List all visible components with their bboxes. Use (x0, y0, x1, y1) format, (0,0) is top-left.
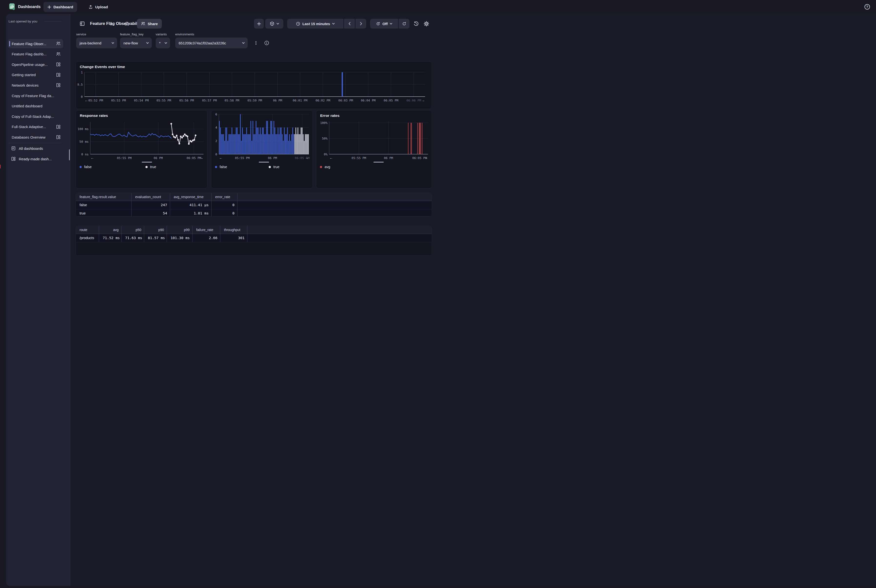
refresh-button[interactable] (399, 19, 410, 28)
dashboard-grid-icon (56, 135, 61, 140)
column-header[interactable]: route (76, 226, 99, 234)
cube-icon (270, 21, 274, 26)
history-button[interactable] (413, 21, 419, 27)
column-header[interactable]: avg (99, 226, 122, 234)
column-header[interactable]: evaluation_count (132, 193, 170, 201)
collapse-sidebar-button[interactable] (79, 21, 85, 27)
chart-title: Error rates (320, 114, 339, 118)
people-icon (141, 21, 146, 26)
filter-value: new-flow (123, 41, 138, 45)
sidebar-item-label: Copy of Feature Flag da... (12, 94, 61, 98)
column-header[interactable]: throughput (220, 226, 248, 234)
error-rates-chart[interactable]: 100%50%0%05:55 PM06 PM06:05 PM←→ (318, 120, 430, 164)
sidebar-item[interactable]: Feature Flag dashb... (8, 50, 63, 59)
table-cell: 0 (212, 201, 237, 209)
svg-text:←: ← (329, 156, 333, 160)
object-picker-button[interactable] (265, 19, 283, 28)
title-menu-button[interactable] (108, 21, 114, 26)
autorefresh-picker[interactable]: Off (370, 19, 398, 28)
filter-dropdown-variants[interactable]: * (156, 38, 170, 48)
filter-label: variants (156, 33, 167, 36)
dashboard-grid-icon (11, 156, 16, 161)
people-icon (56, 52, 61, 57)
sidebar-section-label: Last opened by you (9, 20, 38, 23)
chevron-down-icon (165, 42, 167, 44)
sidebar-item[interactable]: Feature Flag Obser... (8, 39, 63, 48)
legend-item[interactable]: avg (320, 165, 374, 169)
table-cell: 71.52 ms (99, 234, 122, 242)
table-cell: 247 (132, 201, 170, 209)
filters-menu-button[interactable] (253, 40, 259, 46)
sidebar-item[interactable]: Getting started (8, 70, 63, 80)
svg-text:06 PM: 06 PM (384, 156, 393, 160)
legend-label: false (220, 165, 227, 169)
kebab-icon (109, 21, 114, 26)
plus-icon (47, 5, 51, 9)
svg-text:1: 1 (81, 70, 83, 74)
sidebar-item[interactable]: Databases Overview (8, 132, 63, 142)
legend-item[interactable]: false (215, 165, 268, 169)
chart-title: Change Events over time (80, 64, 125, 69)
filters-info-button[interactable] (264, 40, 269, 46)
column-header[interactable]: p50 (122, 226, 144, 234)
legend-item[interactable]: true (268, 165, 322, 169)
svg-text:06:02 PM: 06:02 PM (315, 99, 330, 102)
column-header[interactable]: p99 (167, 226, 192, 234)
upload-button[interactable]: Upload (86, 2, 111, 12)
filter-dropdown-environments[interactable]: 651209c374a1f02aa2a3226c (175, 38, 248, 48)
svg-text:05:54 PM: 05:54 PM (134, 99, 148, 102)
error-rates-legend: avg (320, 165, 425, 169)
svg-text:0: 0 (81, 95, 83, 99)
sidebar: Last opened by you Feature Flag Obser...… (6, 14, 70, 294)
svg-text:05:57 PM: 05:57 PM (202, 99, 217, 102)
settings-button[interactable] (424, 21, 429, 27)
filter-dropdown-service[interactable]: java-backend (76, 38, 117, 48)
sidebar-item-label: Ready-made dash... (19, 157, 52, 161)
sidebar-item[interactable]: Untitled dashboard (8, 102, 63, 111)
dashboard-grid-icon (56, 124, 61, 129)
filter-value: java-backend (80, 41, 101, 45)
tab-dashboard[interactable]: Dashboard (44, 2, 77, 12)
table-cell: 1.01 ms (170, 209, 212, 217)
chevron-left-icon (348, 22, 351, 26)
column-header[interactable]: p90 (144, 226, 167, 234)
svg-text:06 PM: 06 PM (268, 156, 277, 160)
sidebar-item[interactable]: Full-Stack Adaptive... (8, 122, 63, 132)
column-header[interactable]: avg_response_time (170, 193, 212, 201)
column-header[interactable]: error_rate (212, 193, 237, 201)
change-events-chart[interactable]: 10.5005:52 PM05:53 PM05:54 PM05:55 PM05:… (78, 70, 429, 107)
svg-text:4: 4 (215, 126, 217, 129)
sidebar-item[interactable]: OpenPipeline usage... (8, 60, 63, 69)
time-shift-forward-button[interactable] (356, 19, 366, 28)
time-shift-back-button[interactable] (344, 19, 355, 28)
filter-dropdown-feature_flag_key[interactable]: new-flow (120, 38, 152, 48)
app-title: Dashboards (18, 4, 40, 9)
share-button[interactable]: Share (137, 19, 162, 28)
evaluations-chart[interactable]: 642005:55 PM06 PM06:05 PM←→ (213, 113, 311, 164)
column-header[interactable]: failure_rate (192, 226, 220, 234)
legend-item[interactable]: true (146, 165, 212, 169)
sidebar-scrollbar[interactable] (69, 149, 70, 160)
sidebar-item[interactable]: Copy of Feature Flag da... (8, 91, 63, 100)
upload-label: Upload (95, 5, 108, 9)
sidebar-footer-item[interactable]: Ready-made dash... (8, 154, 66, 164)
svg-text:→: → (305, 156, 309, 160)
filter-label: environments (175, 33, 194, 36)
legend-dot (320, 166, 322, 168)
table-cell: 101.30 ms (167, 234, 192, 242)
cloud-sync-status-icon (124, 21, 130, 27)
add-tile-button[interactable] (254, 19, 264, 28)
svg-text:2: 2 (215, 139, 217, 143)
sidebar-footer-item[interactable]: All dashboards (8, 144, 66, 153)
svg-text:05:53 PM: 05:53 PM (111, 99, 126, 102)
info-icon (264, 40, 269, 46)
sidebar-item[interactable]: Copy of Full-Stack Adap... (8, 112, 63, 121)
legend-label: true (273, 165, 279, 169)
column-header[interactable]: feature_flag.result.value (76, 193, 132, 201)
time-range-picker[interactable]: Last 15 minutes (287, 19, 344, 28)
response-rates-chart[interactable]: 100 ms50 ms0 ns05:55 PM06 PM06:05 PM←→ (78, 120, 206, 164)
history-icon (413, 21, 419, 27)
legend-item[interactable]: false (80, 165, 146, 169)
dashboard-grid-icon (56, 72, 61, 77)
sidebar-item[interactable]: Network devices (8, 81, 63, 90)
